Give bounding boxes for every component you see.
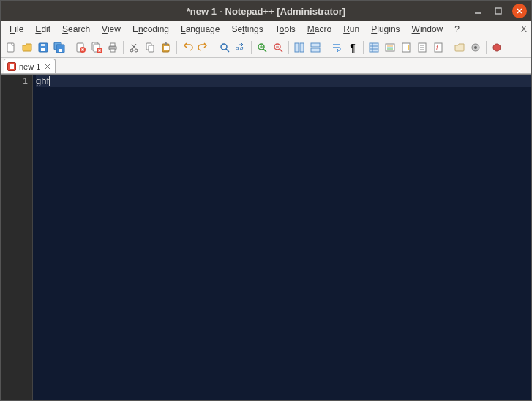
svg-point-65 [493,44,501,51]
code-text: ghf [36,75,49,86]
svg-rect-31 [164,46,169,50]
editor-area[interactable]: 1 ghf [1,74,531,400]
svg-rect-21 [110,43,115,46]
close-button[interactable] [512,4,527,18]
menu-window[interactable]: Window [406,23,449,36]
svg-line-33 [226,49,229,52]
wordwrap-button[interactable] [329,40,344,55]
svg-line-37 [263,49,266,52]
toolbar-separator [214,41,214,54]
undo-button[interactable] [180,40,195,55]
func-list-button[interactable]: f [431,40,446,55]
toolbar: ab ¶ f [1,37,531,58]
svg-rect-7 [41,44,45,46]
save-all-button[interactable] [52,40,67,55]
menu-view[interactable]: View [96,23,127,36]
window-title: *new 1 - Notepad++ [Administrator] [187,6,345,17]
svg-point-32 [221,44,227,50]
svg-rect-28 [149,45,154,52]
menu-plugins[interactable]: Plugins [365,23,405,36]
toolbar-separator [70,41,70,54]
code-line[interactable]: ghf [36,75,531,87]
open-file-button[interactable] [20,40,34,55]
app-window: *new 1 - Notepad++ [Administrator] File … [0,0,532,401]
doc-map-button[interactable] [399,40,413,55]
maximize-button[interactable] [492,4,505,18]
print-button[interactable] [105,40,120,55]
svg-point-24 [135,49,138,52]
save-button[interactable] [36,40,50,55]
monitor-button[interactable] [468,40,483,55]
minimize-button[interactable] [471,4,484,18]
line-gutter: 1 [1,75,33,400]
cut-button[interactable] [127,40,141,55]
svg-rect-10 [59,49,62,52]
toolbar-separator [176,41,177,54]
svg-rect-56 [408,45,409,50]
menu-encoding[interactable]: Encoding [127,23,175,36]
menu-file[interactable]: File [4,23,29,36]
toolbar-separator [123,41,124,54]
udl-button[interactable] [383,40,397,55]
svg-point-23 [130,49,133,52]
menu-edit[interactable]: Edit [29,23,56,36]
svg-rect-43 [295,43,299,52]
tab-bar: new 1 [1,58,531,74]
toolbar-separator [251,41,252,54]
menu-close-x[interactable]: X [521,24,527,34]
svg-text:a: a [236,45,239,51]
code-area[interactable]: ghf [33,75,531,400]
toolbar-separator [363,41,364,54]
tab-close-button[interactable] [43,62,52,71]
paste-button[interactable] [159,40,173,55]
svg-point-64 [474,46,477,49]
folder-ws-button[interactable] [452,40,467,55]
svg-rect-4 [7,43,14,52]
toolbar-separator [326,41,326,54]
toolbar-separator [449,41,449,54]
sync-h-button[interactable] [308,40,323,55]
close-file-button[interactable] [73,40,88,55]
svg-line-26 [132,44,135,49]
svg-rect-47 [370,43,378,52]
menu-search[interactable]: Search [56,23,96,36]
tab-label: new 1 [19,62,40,71]
menu-macro[interactable]: Macro [301,23,337,36]
zoom-in-button[interactable] [255,40,269,55]
svg-rect-1 [495,8,501,14]
document-tab[interactable]: new 1 [4,59,56,73]
svg-rect-30 [165,42,167,45]
unsaved-file-icon [7,62,16,71]
doc-list-button[interactable] [415,40,430,55]
new-file-button[interactable] [4,40,18,55]
menu-help[interactable]: ? [449,23,465,36]
menu-run[interactable]: Run [337,23,365,36]
svg-rect-6 [41,48,45,51]
svg-line-25 [132,44,136,49]
redo-button[interactable] [196,40,211,55]
indent-guide-button[interactable] [367,40,381,55]
svg-rect-46 [311,48,320,52]
menu-language[interactable]: Language [175,23,225,36]
all-chars-button[interactable]: ¶ [345,40,360,55]
sync-v-button[interactable] [292,40,307,55]
svg-line-41 [280,49,282,52]
replace-button[interactable]: ab [233,40,248,55]
close-all-button[interactable] [89,40,104,55]
menu-tools[interactable]: Tools [269,23,301,36]
toolbar-separator [288,41,289,54]
toolbar-separator [486,41,487,54]
copy-button[interactable] [143,40,157,55]
svg-rect-44 [300,43,304,52]
text-cursor [49,76,50,86]
menu-settings[interactable]: Settings [225,23,269,36]
line-number: 1 [1,75,28,87]
menu-bar: File Edit Search View Encoding Language … [1,21,531,37]
title-bar: *new 1 - Notepad++ [Administrator] [1,1,531,21]
zoom-out-button[interactable] [271,40,285,55]
svg-rect-45 [311,43,320,47]
find-button[interactable] [217,40,232,55]
svg-rect-22 [110,49,115,52]
window-controls [471,4,527,18]
record-macro-button[interactable] [490,40,504,55]
